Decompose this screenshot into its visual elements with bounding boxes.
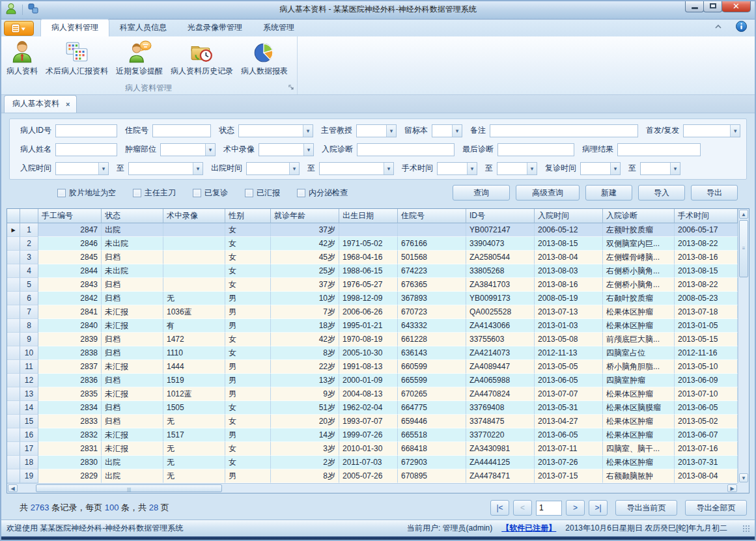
- cell-age[interactable]: 8岁: [271, 469, 339, 483]
- cell-gender[interactable]: 男: [225, 428, 271, 442]
- cell-id-no[interactable]: ZA4089447: [466, 360, 535, 374]
- postop-report-data-button[interactable]: 术后病人汇报资料: [42, 38, 112, 78]
- filter-combo-surgery-time-from[interactable]: ▾: [437, 162, 477, 175]
- filter-input-patient-id[interactable]: [55, 124, 117, 137]
- cell-video[interactable]: 1472: [163, 333, 225, 346]
- cell-admit-date[interactable]: 2013-07-11: [535, 442, 603, 456]
- cell-gender[interactable]: 女: [225, 442, 271, 456]
- cell-gender[interactable]: 女: [225, 264, 271, 278]
- cell-manual-no[interactable]: 2842: [38, 292, 102, 305]
- new-button[interactable]: 新建: [585, 185, 632, 201]
- cell-admit-date[interactable]: 2012-11-13: [535, 346, 603, 360]
- cell-id-no[interactable]: 33769408: [466, 401, 535, 415]
- cell-id-no[interactable]: 33904073: [466, 237, 535, 251]
- cell-id-no[interactable]: ZA4065988: [466, 374, 535, 387]
- maximize-button[interactable]: [703, 0, 722, 12]
- table-row[interactable]: 42844未出院女25岁1988-06-15674223338052682013…: [7, 264, 738, 278]
- cell-admit-date[interactable]: 2013-05-08: [535, 333, 603, 346]
- cell-birth[interactable]: 1995-01-21: [339, 319, 398, 333]
- cell-status[interactable]: 未汇报: [102, 305, 163, 319]
- cell-id-no[interactable]: ZA4214073: [466, 346, 535, 360]
- table-row[interactable]: 92839归档1472女42岁1970-08-19661228337556032…: [7, 333, 738, 346]
- cell-admit-date[interactable]: 2013-08-03: [535, 264, 603, 278]
- cell-inpatient-no[interactable]: 665518: [398, 428, 466, 442]
- table-row[interactable]: 142834归档1505女51岁1962-02-0466477533769408…: [7, 401, 738, 415]
- filter-combo-admit-time-from[interactable]: ▾: [55, 162, 109, 175]
- filter-combo-revisit-time-from[interactable]: ▾: [580, 162, 621, 175]
- filter-combo-professor[interactable]: ▾: [356, 124, 397, 137]
- cell-gender[interactable]: 女: [225, 415, 271, 428]
- cell-inpatient-no[interactable]: 665599: [398, 374, 466, 387]
- scroll-right-icon[interactable]: ▶: [727, 484, 737, 492]
- cell-id-no[interactable]: QA0025528: [466, 305, 535, 319]
- table-row[interactable]: 122836归档1519男13岁2000-01-09665599ZA406598…: [7, 374, 738, 387]
- cell-admit-date[interactable]: 2013-07-15: [535, 469, 603, 483]
- cell-manual-no[interactable]: 2847: [38, 223, 102, 237]
- column-header[interactable]: 就诊年龄: [271, 209, 339, 223]
- cell-manual-no[interactable]: 2843: [38, 278, 102, 292]
- row-number[interactable]: 16: [20, 428, 38, 442]
- filter-combo-surgery-time-to[interactable]: ▾: [497, 162, 537, 175]
- cell-gender[interactable]: 男: [225, 319, 271, 333]
- advanced-query-button[interactable]: 高级查询: [516, 185, 580, 201]
- column-header[interactable]: 入院时间: [535, 209, 603, 223]
- export-current-page-button[interactable]: 导出当前页: [615, 500, 677, 516]
- cell-diagnosis[interactable]: 松果体区肿瘤: [603, 305, 675, 319]
- cell-age[interactable]: 42岁: [271, 237, 339, 251]
- cell-video[interactable]: 1036蓝: [163, 305, 225, 319]
- cell-surgery-date[interactable]: 2013-07-31: [675, 456, 738, 469]
- patient-history-button[interactable]: 病人资料历史记录: [167, 38, 237, 78]
- checkbox-endocrine-exam[interactable]: [297, 189, 305, 197]
- cell-video[interactable]: [163, 264, 225, 278]
- cell-birth[interactable]: 1971-05-02: [339, 237, 398, 251]
- column-header[interactable]: ID号: [466, 209, 535, 223]
- cell-birth[interactable]: 2000-01-09: [339, 374, 398, 387]
- cell-status[interactable]: 归档: [102, 415, 163, 428]
- last-page-button[interactable]: >|: [589, 500, 608, 516]
- cell-status[interactable]: 归档: [102, 251, 163, 264]
- cell-status[interactable]: 未汇报: [102, 387, 163, 401]
- filter-input-remark[interactable]: [490, 124, 638, 137]
- horizontal-scrollbar[interactable]: ◀ ||| ▶: [7, 483, 738, 493]
- cell-status[interactable]: 归档: [102, 333, 163, 346]
- table-row[interactable]: 22846未出院女42岁1971-05-02676166339040732013…: [7, 237, 738, 251]
- cell-birth[interactable]: 1998-12-09: [339, 292, 398, 305]
- revisit-reminder-button[interactable]: 近期复诊提醒: [112, 38, 167, 78]
- table-row[interactable]: ▶12847出院女37岁YB00721472006-05-12左额叶胶质瘤200…: [7, 223, 738, 237]
- cell-gender[interactable]: 男: [225, 387, 271, 401]
- cell-id-no[interactable]: ZA3841703: [466, 278, 535, 292]
- row-number[interactable]: 10: [20, 346, 38, 360]
- vertical-scroll-thumb[interactable]: ≡: [739, 220, 748, 277]
- cell-birth[interactable]: 1970-08-19: [339, 333, 398, 346]
- row-number[interactable]: 9: [20, 333, 38, 346]
- checkbox-reported[interactable]: [245, 189, 253, 197]
- row-number[interactable]: 19: [20, 469, 38, 483]
- cell-video[interactable]: 无: [163, 456, 225, 469]
- cell-id-no[interactable]: YB0099173: [466, 292, 535, 305]
- scroll-up-icon[interactable]: ▲: [739, 210, 748, 219]
- tab-close-icon[interactable]: ×: [66, 100, 70, 108]
- cell-birth[interactable]: 2010-01-30: [339, 442, 398, 456]
- cell-manual-no[interactable]: 2836: [38, 374, 102, 387]
- cell-surgery-date[interactable]: 2008-05-23: [675, 292, 738, 305]
- cell-id-no[interactable]: 33748475: [466, 415, 535, 428]
- cell-diagnosis[interactable]: 桥小脑角胆脂...: [603, 360, 675, 374]
- cell-birth[interactable]: 1991-08-13: [339, 360, 398, 374]
- cell-diagnosis[interactable]: 前颅底巨大脑...: [603, 333, 675, 346]
- cell-admit-date[interactable]: 2013-05-05: [535, 360, 603, 374]
- previous-page-button[interactable]: <: [513, 500, 532, 516]
- minimize-button[interactable]: [685, 0, 704, 12]
- cell-video[interactable]: [163, 278, 225, 292]
- cell-id-no[interactable]: ZA2580544: [466, 251, 535, 264]
- filter-combo-first-recurrence[interactable]: ▾: [683, 124, 740, 137]
- cell-surgery-date[interactable]: 2013-08-22: [675, 237, 738, 251]
- cell-id-no[interactable]: ZA4478471: [466, 469, 535, 483]
- cell-video[interactable]: 1444: [163, 360, 225, 374]
- cell-surgery-date[interactable]: 2013-05-10: [675, 360, 738, 374]
- dialog-launcher-icon[interactable]: [288, 84, 295, 93]
- filter-input-inpatient-no[interactable]: [152, 124, 211, 137]
- cell-admit-date[interactable]: 2013-07-13: [535, 305, 603, 319]
- cell-inpatient-no[interactable]: 659446: [398, 415, 466, 428]
- cell-id-no[interactable]: ZA3430981: [466, 442, 535, 456]
- table-row[interactable]: 192829出院无男8岁2005-07-26670895ZA4478471201…: [7, 469, 738, 483]
